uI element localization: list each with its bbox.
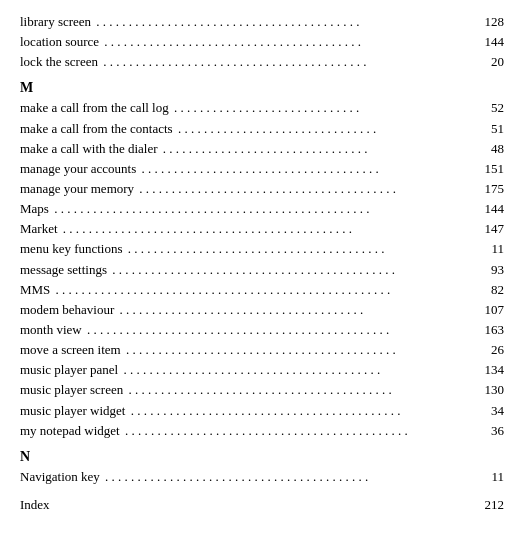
entry-dots: . . . . . . . . . . . . . . . . . . . . … xyxy=(58,219,485,239)
entry-label: message settings xyxy=(20,260,107,280)
list-item: month view . . . . . . . . . . . . . . .… xyxy=(20,320,504,340)
entry-label: music player widget xyxy=(20,401,125,421)
entry-page: 51 xyxy=(491,119,504,139)
list-item: Market . . . . . . . . . . . . . . . . .… xyxy=(20,219,504,239)
entry-dots: . . . . . . . . . . . . . . . . . . . . … xyxy=(107,260,491,280)
footer: Index 212 xyxy=(20,497,504,513)
entry-page: 163 xyxy=(485,320,505,340)
entry-page: 134 xyxy=(485,360,505,380)
entry-dots: . . . . . . . . . . . . . . . . . . . . … xyxy=(118,360,484,380)
entry-page: 48 xyxy=(491,139,504,159)
entry-dots: . . . . . . . . . . . . . . . . . . . . … xyxy=(123,380,484,400)
entry-page: 82 xyxy=(491,280,504,300)
entry-label: make a call from the call log xyxy=(20,98,169,118)
m-section-header: M xyxy=(20,80,504,96)
entry-page: 93 xyxy=(491,260,504,280)
entry-dots: . . . . . . . . . . . . . . . . . . . . … xyxy=(134,179,484,199)
entry-page: 128 xyxy=(485,12,505,32)
list-item: location source . . . . . . . . . . . . … xyxy=(20,32,504,52)
list-item: music player screen . . . . . . . . . . … xyxy=(20,380,504,400)
entry-dots: . . . . . . . . . . . . . . . . . . . . … xyxy=(100,467,492,487)
entry-dots: . . . . . . . . . . . . . . . . . . . . … xyxy=(169,98,491,118)
entry-dots: . . . . . . . . . . . . . . . . . . . . … xyxy=(91,12,484,32)
entry-dots: . . . . . . . . . . . . . . . . . . . . … xyxy=(98,52,491,72)
entry-dots: . . . . . . . . . . . . . . . . . . . . … xyxy=(50,280,491,300)
list-item: move a screen item . . . . . . . . . . .… xyxy=(20,340,504,360)
entry-page: 130 xyxy=(485,380,505,400)
entry-label: manage your memory xyxy=(20,179,134,199)
entry-page: 144 xyxy=(485,32,505,52)
entry-label: library screen xyxy=(20,12,91,32)
list-item: lock the screen . . . . . . . . . . . . … xyxy=(20,52,504,72)
list-item: menu key functions . . . . . . . . . . .… xyxy=(20,239,504,259)
entry-label: MMS xyxy=(20,280,50,300)
entry-dots: . . . . . . . . . . . . . . . . . . . . … xyxy=(158,139,491,159)
entry-page: 34 xyxy=(491,401,504,421)
list-item: music player panel . . . . . . . . . . .… xyxy=(20,360,504,380)
list-item: make a call from the contacts . . . . . … xyxy=(20,119,504,139)
entry-dots: . . . . . . . . . . . . . . . . . . . . … xyxy=(82,320,485,340)
list-item: manage your accounts . . . . . . . . . .… xyxy=(20,159,504,179)
list-item: modem behaviour . . . . . . . . . . . . … xyxy=(20,300,504,320)
entry-label: make a call with the dialer xyxy=(20,139,158,159)
entry-dots: . . . . . . . . . . . . . . . . . . . . … xyxy=(136,159,484,179)
list-item: MMS . . . . . . . . . . . . . . . . . . … xyxy=(20,280,504,300)
m-entries-section: make a call from the call log . . . . . … xyxy=(20,98,504,440)
entry-page: 52 xyxy=(491,98,504,118)
entry-page: 107 xyxy=(485,300,505,320)
entry-label: menu key functions xyxy=(20,239,123,259)
footer-label: Index xyxy=(20,497,50,513)
entry-page: 147 xyxy=(485,219,505,239)
entry-label: Market xyxy=(20,219,58,239)
entry-page: 36 xyxy=(491,421,504,441)
entry-label: location source xyxy=(20,32,99,52)
entry-page: 144 xyxy=(485,199,505,219)
l-entries-section: library screen . . . . . . . . . . . . .… xyxy=(20,12,504,72)
entry-page: 11 xyxy=(491,467,504,487)
entry-label: month view xyxy=(20,320,82,340)
entry-label: Maps xyxy=(20,199,49,219)
entry-dots: . . . . . . . . . . . . . . . . . . . . … xyxy=(114,300,484,320)
entry-page: 26 xyxy=(491,340,504,360)
entry-dots: . . . . . . . . . . . . . . . . . . . . … xyxy=(123,239,492,259)
n-section-header: N xyxy=(20,449,504,465)
entry-page: 11 xyxy=(491,239,504,259)
list-item: library screen . . . . . . . . . . . . .… xyxy=(20,12,504,32)
entry-dots: . . . . . . . . . . . . . . . . . . . . … xyxy=(125,401,491,421)
entry-dots: . . . . . . . . . . . . . . . . . . . . … xyxy=(173,119,491,139)
entry-dots: . . . . . . . . . . . . . . . . . . . . … xyxy=(120,421,491,441)
entry-page: 20 xyxy=(491,52,504,72)
entry-label: manage your accounts xyxy=(20,159,136,179)
list-item: make a call with the dialer . . . . . . … xyxy=(20,139,504,159)
entry-label: make a call from the contacts xyxy=(20,119,173,139)
entry-label: modem behaviour xyxy=(20,300,114,320)
entry-label: music player screen xyxy=(20,380,123,400)
list-item: manage your memory . . . . . . . . . . .… xyxy=(20,179,504,199)
list-item: message settings . . . . . . . . . . . .… xyxy=(20,260,504,280)
list-item: make a call from the call log . . . . . … xyxy=(20,98,504,118)
entry-dots: . . . . . . . . . . . . . . . . . . . . … xyxy=(121,340,491,360)
list-item: Navigation key . . . . . . . . . . . . .… xyxy=(20,467,504,487)
entry-page: 175 xyxy=(485,179,505,199)
entry-label: move a screen item xyxy=(20,340,121,360)
entry-dots: . . . . . . . . . . . . . . . . . . . . … xyxy=(49,199,485,219)
list-item: Maps . . . . . . . . . . . . . . . . . .… xyxy=(20,199,504,219)
entry-label: Navigation key xyxy=(20,467,100,487)
entry-page: 151 xyxy=(485,159,505,179)
entry-dots: . . . . . . . . . . . . . . . . . . . . … xyxy=(99,32,484,52)
entry-label: my notepad widget xyxy=(20,421,120,441)
list-item: my notepad widget . . . . . . . . . . . … xyxy=(20,421,504,441)
entry-label: lock the screen xyxy=(20,52,98,72)
entry-label: music player panel xyxy=(20,360,118,380)
footer-page: 212 xyxy=(485,497,505,513)
page-container: library screen . . . . . . . . . . . . .… xyxy=(0,0,524,542)
list-item: music player widget . . . . . . . . . . … xyxy=(20,401,504,421)
